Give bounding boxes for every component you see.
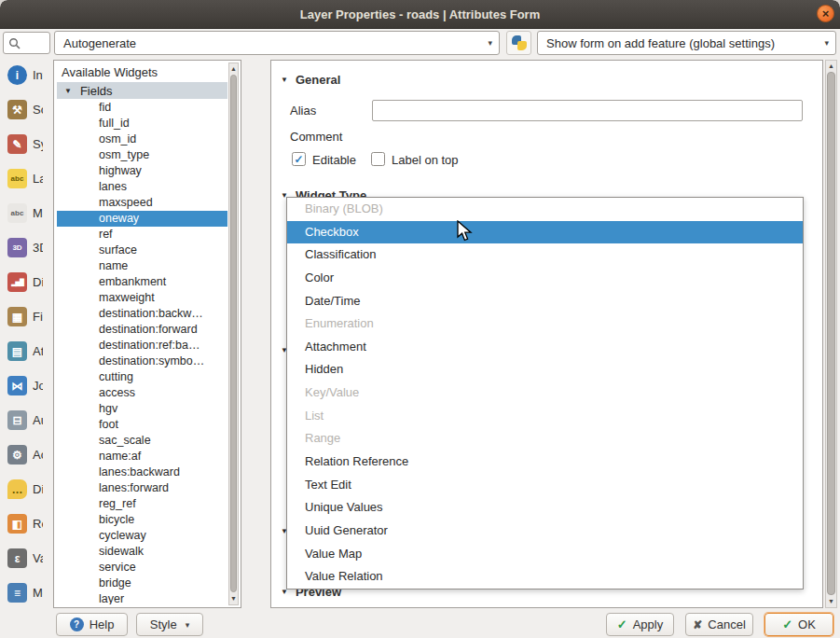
field-item[interactable]: osm_id [57,132,227,147]
dropdown-item[interactable]: Text Edit [287,474,803,497]
editable-label: Editable [312,153,356,167]
editable-checkbox[interactable]: ✓ [292,152,306,166]
sidebar-item-3d-view[interactable]: 3D 3D View [0,230,43,265]
dropdown-item[interactable]: Date/Time [287,290,803,313]
alias-input[interactable] [372,100,803,121]
dropdown-item[interactable]: Key/Value [287,381,803,405]
sidebar-item-fields[interactable]: ▦ Fields [0,299,43,334]
dropdown-item[interactable]: Hidden [287,358,803,381]
expand-arrow-icon[interactable]: ▼ [64,87,72,95]
sidebar-item-attributes-form[interactable]: ▤ Attributes Form [0,334,43,368]
dropdown-item[interactable]: Checkbox [287,221,803,244]
field-item[interactable]: surface [57,243,227,258]
collapse-icon[interactable]: ▼ [281,76,288,84]
field-item[interactable]: destination:forward [57,322,227,338]
help-button[interactable]: ? Help [56,613,128,636]
widgets-scrollbar[interactable]: ▲ ▼ [228,62,239,605]
tab-icon: ≡ [7,583,27,603]
field-item[interactable]: lanes:backward [57,465,227,480]
field-item[interactable]: destination:symbo… [57,354,227,369]
sidebar-item-rendering[interactable]: ◧ Rendering [0,506,43,541]
cancel-button[interactable]: ✘ Cancel [685,613,753,636]
dropdown-item[interactable]: Classification [287,243,803,267]
sidebar-item-metadata[interactable]: ≡ Metadata [0,576,43,610]
field-item[interactable]: embankment [57,274,227,290]
dropdown-item[interactable]: Color [287,267,803,290]
dropdown-item[interactable]: Attachment [287,336,803,359]
dropdown-item[interactable]: Enumeration [287,312,803,336]
search-input[interactable] [3,32,50,54]
tab-icon: i [7,65,27,85]
dropdown-item[interactable]: Value Relation [287,565,803,589]
widget-type-dropdown: Binary (BLOB) Checkbox Classification Co… [286,197,804,589]
apply-button[interactable]: ✓ Apply [606,613,674,636]
field-item[interactable]: destination:backw… [57,306,227,322]
tab-label: Fields [33,310,43,324]
scroll-down-icon[interactable]: ▼ [826,597,836,606]
tab-icon: ε [7,548,27,568]
field-item[interactable]: hgv [57,401,227,417]
form-scrollbar[interactable]: ▲ ▼ [825,60,837,608]
field-item[interactable]: foot [57,417,227,433]
sidebar-item-variables[interactable]: ε Variables [0,541,43,576]
sidebar-item-joins[interactable]: ⋈ Joins [0,368,43,403]
sidebar-item-symbology[interactable]: ✎ Symbology [0,127,43,161]
dropdown-item[interactable]: Binary (BLOB) [287,198,803,221]
field-item[interactable]: osm_type [57,147,227,163]
scroll-up-icon[interactable]: ▲ [229,64,238,74]
sidebar-item-display[interactable]: … Display [0,472,43,506]
field-item[interactable]: bicycle [57,512,227,528]
available-widgets-title: Available Widgets [62,65,158,79]
dropdown-item[interactable]: List [287,405,803,428]
field-item[interactable]: lanes [57,179,227,195]
tab-label: Joins [33,379,43,393]
dropdown-item[interactable]: Value Map [287,543,803,566]
field-item[interactable]: layer [57,591,227,604]
field-item[interactable]: destination:ref:ba… [57,338,227,354]
close-button[interactable]: × [817,5,834,22]
autogenerate-combo[interactable]: Autogenerate ▾ [54,31,500,55]
field-item[interactable]: lanes:forward [57,480,227,496]
sidebar-item-source[interactable]: ⚒ Source [0,92,43,127]
field-item[interactable]: cutting [57,369,227,385]
field-item[interactable]: sidewalk [57,544,227,560]
widgets-scrollbar-thumb[interactable] [230,75,237,592]
field-item[interactable]: bridge [57,576,227,591]
show-form-combo[interactable]: Show form on add feature (global setting… [537,31,836,55]
field-item[interactable]: reg_ref [57,496,227,512]
field-item[interactable]: full_id [57,116,227,132]
scroll-up-icon[interactable]: ▲ [826,62,836,71]
toolbar: Autogenerate ▾ Show form on add feature … [0,28,840,58]
form-scrollbar-thumb[interactable] [827,72,835,595]
sidebar-item-information[interactable]: i Information [0,58,43,92]
field-item[interactable]: name:af [57,449,227,465]
sidebar-item-actions[interactable]: ⚙ Actions [0,437,43,472]
field-item[interactable]: oneway [57,211,227,227]
ok-button[interactable]: ✓ OK [764,613,833,636]
dropdown-item[interactable]: Uuid Generator [287,520,803,543]
tab-icon: ⚒ [7,100,27,119]
sidebar-item-auxiliary-storage[interactable]: ⊟ Auxiliary Storage [0,403,43,437]
field-item[interactable]: maxweight [57,290,227,306]
field-item[interactable]: cycleway [57,528,227,544]
label-on-top-checkbox[interactable] [371,152,385,166]
dropdown-item[interactable]: Unique Values [287,496,803,520]
field-item[interactable]: fid [57,100,227,116]
field-item[interactable]: access [57,385,227,401]
scroll-down-icon[interactable]: ▼ [229,594,238,603]
fields-group-row[interactable]: ▼ Fields [57,82,227,99]
dropdown-item[interactable]: Relation Reference [287,451,803,474]
style-button[interactable]: Style ▾ [136,613,203,636]
field-item[interactable]: sac_scale [57,433,227,449]
sidebar-item-masks[interactable]: abc Masks [0,196,43,230]
field-item[interactable]: highway [57,163,227,179]
sidebar-item-diagrams[interactable]: ▂▅█ Diagrams [0,265,43,299]
field-item[interactable]: ref [57,227,227,243]
dropdown-item[interactable]: Range [287,427,803,451]
python-init-button[interactable] [506,31,531,55]
field-item[interactable]: service [57,560,227,576]
field-item[interactable]: name [57,258,227,274]
sidebar-item-labels[interactable]: abc Labels [0,161,43,196]
titlebar[interactable]: Layer Properties - roads | Attributes Fo… [0,0,840,29]
field-item[interactable]: maxspeed [57,195,227,211]
